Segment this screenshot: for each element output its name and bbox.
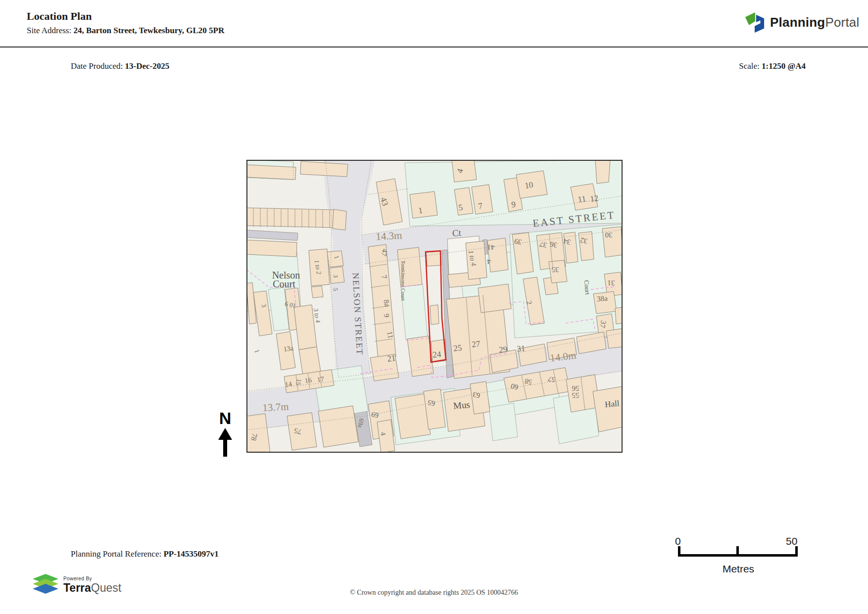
- map-label: Ct: [452, 228, 462, 239]
- site-address-line: Site Address: 24, Barton Street, Tewkesb…: [27, 26, 224, 36]
- map-label: 17: [317, 375, 325, 383]
- copyright-notice: © Crown copyright and database rights 20…: [0, 589, 868, 597]
- north-label: N: [213, 409, 238, 428]
- scale-label: Scale:: [739, 61, 762, 71]
- site-address-label: Site Address:: [27, 26, 73, 35]
- logo-planning: Planning: [770, 15, 825, 30]
- scale-line: Scale: 1:1250 @A4: [739, 61, 806, 71]
- map-label: 38a: [596, 294, 608, 303]
- map-label: 14: [285, 380, 292, 388]
- map-label: 21: [386, 353, 396, 364]
- map-label: 25: [453, 343, 463, 353]
- map-label: 35: [552, 266, 559, 274]
- scalebar-unit: Metres: [689, 563, 788, 575]
- planning-portal-logo-icon: [744, 11, 765, 34]
- map-label: 11: [577, 194, 586, 204]
- map-label: 30: [605, 231, 613, 239]
- map-label: Hall: [604, 399, 620, 410]
- map-label: 14.3m: [376, 229, 402, 242]
- scalebar-end: 50: [786, 535, 797, 547]
- reference-label: Planning Portal Reference:: [71, 549, 163, 559]
- map-label: 29: [499, 344, 508, 354]
- location-plan-page: Location Plan Site Address: 24, Barton S…: [0, 0, 868, 614]
- map-label: Tomkinsons Court: [400, 260, 406, 300]
- map-label: 16: [304, 376, 312, 384]
- map-label: 10: [524, 180, 533, 190]
- map-label: Court: [273, 279, 295, 289]
- header-divider: [0, 47, 868, 47]
- map-label: 55: [572, 391, 579, 399]
- date-produced-line: Date Produced: 13-Dec-2025: [71, 61, 169, 71]
- planning-portal-logo-text: PlanningPortal: [770, 15, 860, 30]
- map-label: 31: [517, 343, 526, 353]
- date-label: Date Produced:: [71, 61, 125, 71]
- map-label: 3: [332, 275, 339, 278]
- map-label: 24: [433, 349, 442, 359]
- planning-portal-logo: PlanningPortal: [744, 11, 860, 34]
- north-arrow-icon: [215, 428, 235, 457]
- date-value: 13-Dec-2025: [125, 61, 170, 71]
- map-label: Court: [583, 280, 592, 295]
- map-label: 15: [294, 378, 303, 386]
- site-address-value: 24, Barton Street, Tewkesbury, GL20 5PR: [73, 26, 224, 35]
- map-label: 12: [589, 193, 599, 204]
- reference-value: PP-14535097v1: [163, 549, 218, 559]
- map-label: 31: [608, 279, 615, 287]
- map-label: 56: [572, 384, 579, 392]
- map-label: 5: [332, 288, 339, 291]
- page-title: Location Plan: [27, 10, 92, 23]
- scalebar: [677, 546, 800, 557]
- map-label: Mus: [453, 399, 470, 411]
- north-indicator: N: [213, 409, 238, 459]
- powered-by-label: Powered By: [63, 576, 121, 581]
- map-label: 13a: [283, 344, 294, 353]
- location-plan-map: 4314579101112EAST STREETCt14.3m47Tomkins…: [246, 160, 623, 453]
- scalebar-start: 0: [675, 535, 681, 547]
- map-label: 41: [487, 243, 495, 251]
- logo-portal: Portal: [825, 15, 859, 30]
- map-label: 4: [487, 258, 491, 266]
- scale-value: 1:1250 @A4: [762, 61, 806, 71]
- map-label: 27: [472, 339, 481, 349]
- map-label: 13.7m: [262, 400, 289, 414]
- reference-line: Planning Portal Reference: PP-14535097v1: [71, 549, 219, 559]
